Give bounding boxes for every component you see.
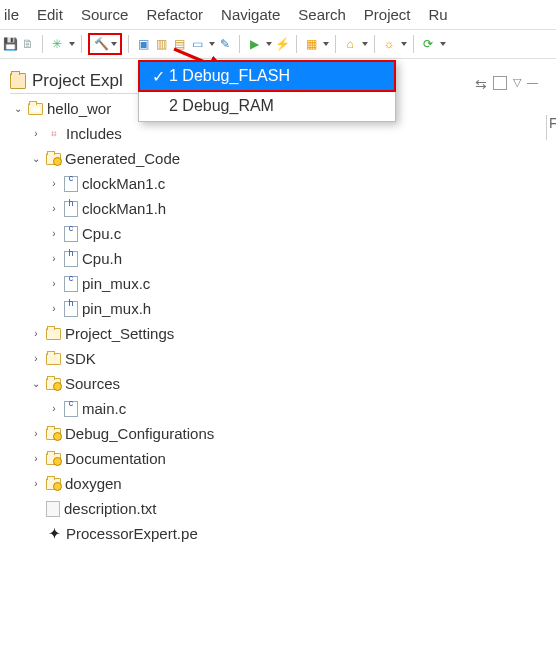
project-explorer-panel: Project Expl ⇆ ▽ — ⌄ hello_wor › xyxy=(10,71,556,546)
tool-icon[interactable]: ▣ xyxy=(135,36,151,52)
menu-search[interactable]: Search xyxy=(298,6,346,23)
dropdown-arrow-icon[interactable] xyxy=(111,42,117,46)
expand-icon[interactable]: › xyxy=(30,471,42,496)
separator xyxy=(413,35,414,53)
includes-icon: ⌗ xyxy=(46,126,62,142)
tool-icon[interactable]: ⌂ xyxy=(342,36,358,52)
project-icon xyxy=(28,103,43,115)
link-editor-icon[interactable] xyxy=(493,76,507,90)
menu-source[interactable]: Source xyxy=(81,6,129,23)
tree-documentation[interactable]: › Documentation xyxy=(30,446,556,471)
dropdown-item-debug-ram[interactable]: 2 Debug_RAM xyxy=(139,91,395,121)
tree-label: ProcessorExpert.pe xyxy=(66,521,198,546)
expand-icon[interactable]: ⌄ xyxy=(30,371,42,396)
tree-doxygen[interactable]: › doxygen xyxy=(30,471,556,496)
tree-file[interactable]: ›cCpu.c xyxy=(48,221,556,246)
dropdown-item-debug-flash[interactable]: ✓ 1 Debug_FLASH xyxy=(139,61,395,91)
expand-icon[interactable]: › xyxy=(48,271,60,296)
tree-file[interactable]: ›hCpu.h xyxy=(48,246,556,271)
menu-file[interactable]: ile xyxy=(4,6,19,23)
expand-icon[interactable]: › xyxy=(30,421,42,446)
save-icon[interactable]: 💾 xyxy=(2,36,18,52)
tree-label: pin_mux.c xyxy=(82,271,150,296)
tree-file[interactable]: ›cclockMan1.c xyxy=(48,171,556,196)
expand-icon[interactable]: ⌄ xyxy=(12,96,24,121)
tree-project-settings[interactable]: › Project_Settings xyxy=(30,321,556,346)
wand-icon[interactable]: ✎ xyxy=(217,36,233,52)
folder-icon xyxy=(46,428,61,440)
checkmark-icon: ✓ xyxy=(147,67,169,86)
expand-icon[interactable]: › xyxy=(48,221,60,246)
folder-icon xyxy=(46,478,61,490)
tree-file[interactable]: ›cmain.c xyxy=(48,396,556,421)
tree-file[interactable]: ›cpin_mux.c xyxy=(48,271,556,296)
expand-icon[interactable]: › xyxy=(48,396,60,421)
folder-icon xyxy=(46,453,61,465)
menu-run[interactable]: Ru xyxy=(429,6,448,23)
dropdown-arrow-icon[interactable] xyxy=(266,42,272,46)
tree-label: Cpu.c xyxy=(82,221,121,246)
tree-label: doxygen xyxy=(65,471,122,496)
menu-edit[interactable]: Edit xyxy=(37,6,63,23)
tree-file[interactable]: ›hpin_mux.h xyxy=(48,296,556,321)
build-config-dropdown[interactable]: ✓ 1 Debug_FLASH 2 Debug_RAM xyxy=(138,60,396,122)
tool-icon[interactable]: ▭ xyxy=(189,36,205,52)
tree-label: Debug_Configurations xyxy=(65,421,214,446)
menu-navigate[interactable]: Navigate xyxy=(221,6,280,23)
expand-icon[interactable]: › xyxy=(48,171,60,196)
dropdown-arrow-icon[interactable] xyxy=(209,42,215,46)
separator xyxy=(42,35,43,53)
folder-icon xyxy=(10,73,26,89)
tool-icon[interactable]: ▤ xyxy=(171,36,187,52)
h-file-icon: h xyxy=(64,201,78,217)
view-menu-icon[interactable]: ▽ xyxy=(513,76,521,92)
tree-label: Documentation xyxy=(65,446,166,471)
tree-generated-code[interactable]: ⌄ Generated_Code xyxy=(30,146,556,171)
tool-icon[interactable]: ▦ xyxy=(303,36,319,52)
dropdown-arrow-icon[interactable] xyxy=(69,42,75,46)
expand-icon[interactable]: › xyxy=(30,346,42,371)
expand-icon[interactable]: › xyxy=(30,321,42,346)
refresh-icon[interactable]: ⟳ xyxy=(420,36,436,52)
minimize-icon[interactable]: — xyxy=(527,76,538,92)
tree-debug-configs[interactable]: › Debug_Configurations xyxy=(30,421,556,446)
project-tree[interactable]: ⌄ hello_wor › ⌗ Includes ⌄ G xyxy=(10,96,556,546)
expand-icon[interactable]: › xyxy=(48,196,60,221)
collapse-icon[interactable]: ⇆ xyxy=(475,76,487,92)
tool-icon[interactable]: ☼ xyxy=(381,36,397,52)
separator xyxy=(296,35,297,53)
build-button-highlighted[interactable]: 🔨 xyxy=(88,33,122,55)
dropdown-arrow-icon[interactable] xyxy=(362,42,368,46)
tree-sdk[interactable]: › SDK xyxy=(30,346,556,371)
expand-icon[interactable]: › xyxy=(48,246,60,271)
separator xyxy=(81,35,82,53)
menu-refactor[interactable]: Refactor xyxy=(146,6,203,23)
source-folder-icon xyxy=(46,153,61,165)
save-all-icon[interactable]: 🗎 xyxy=(20,36,36,52)
bug-icon[interactable]: ✳ xyxy=(49,36,65,52)
lightning-icon[interactable]: ⚡ xyxy=(274,36,290,52)
tree-processor-expert[interactable]: ✦ ProcessorExpert.pe xyxy=(30,521,556,546)
tree-label: description.txt xyxy=(64,496,157,521)
dropdown-arrow-icon[interactable] xyxy=(440,42,446,46)
tree-label: Generated_Code xyxy=(65,146,180,171)
tree-includes[interactable]: › ⌗ Includes xyxy=(30,121,556,146)
tool-icon[interactable]: ▥ xyxy=(153,36,169,52)
expand-icon[interactable]: › xyxy=(48,296,60,321)
expand-icon[interactable]: › xyxy=(30,446,42,471)
dropdown-arrow-icon[interactable] xyxy=(323,42,329,46)
tree-file[interactable]: ›hclockMan1.h xyxy=(48,196,556,221)
tree-description[interactable]: description.txt xyxy=(30,496,556,521)
expand-icon[interactable]: ⌄ xyxy=(30,146,42,171)
separator xyxy=(335,35,336,53)
expand-icon[interactable]: › xyxy=(30,121,42,146)
play-icon[interactable]: ▶ xyxy=(246,36,262,52)
tree-label: hello_wor xyxy=(47,96,111,121)
menu-project[interactable]: Project xyxy=(364,6,411,23)
c-file-icon: c xyxy=(64,176,78,192)
tree-sources[interactable]: ⌄ Sources xyxy=(30,371,556,396)
dropdown-arrow-icon[interactable] xyxy=(401,42,407,46)
tree-label: pin_mux.h xyxy=(82,296,151,321)
hammer-icon: 🔨 xyxy=(93,36,109,52)
c-file-icon: c xyxy=(64,401,78,417)
